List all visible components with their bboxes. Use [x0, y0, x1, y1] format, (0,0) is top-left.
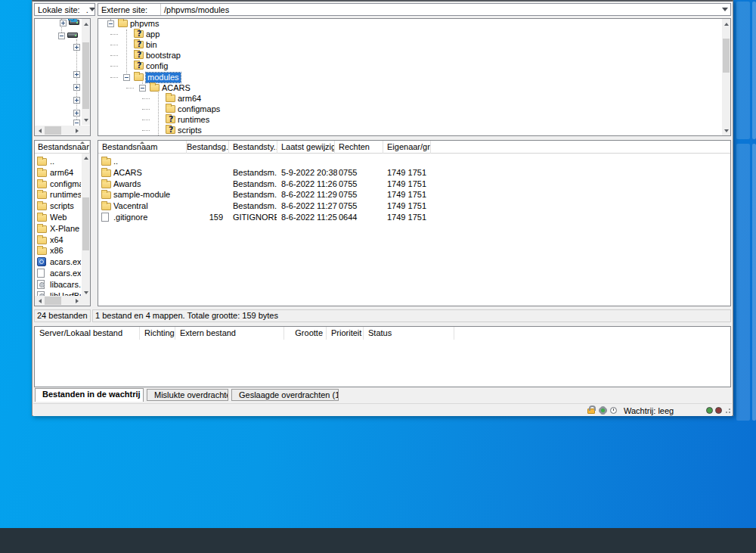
- folder-row[interactable]: x64: [35, 235, 81, 245]
- expand-icon[interactable]: [73, 84, 80, 91]
- tree-item-label[interactable]: bin: [146, 40, 157, 50]
- file-cell: 8-6-2022 11:27:...: [281, 200, 337, 211]
- tab-1[interactable]: Mislukte overdrachten: [147, 389, 228, 401]
- tree-item-label[interactable]: runtimes: [178, 115, 209, 125]
- sync-gear-icon[interactable]: [600, 407, 606, 414]
- tree-item-scripts[interactable]: scripts: [98, 126, 730, 135]
- scroll-down-button[interactable]: [82, 116, 90, 124]
- folder-row[interactable]: ACARSBestandsm...5-9-2022 20:38:...07551…: [98, 167, 730, 178]
- collapse-icon[interactable]: [123, 74, 130, 81]
- scroll-right-button[interactable]: [73, 126, 81, 135]
- file-row[interactable]: libHarfBuz: [35, 290, 81, 296]
- file-row[interactable]: .gitignore159GITIGNORE...8-6-2022 11:25:…: [98, 212, 730, 222]
- column-header-4[interactable]: Rechten: [335, 141, 383, 154]
- scrollbar-thumb[interactable]: [45, 297, 61, 305]
- scrollbar-thumb[interactable]: [723, 39, 730, 73]
- queue-column-header-3[interactable]: Grootte: [284, 327, 327, 340]
- queue-column-header-1[interactable]: Richting: [140, 327, 175, 340]
- file-cell: 0755: [339, 200, 383, 211]
- scroll-left-button[interactable]: [36, 126, 44, 135]
- tree-item-label[interactable]: configmaps: [178, 104, 220, 114]
- folder-row[interactable]: AwardsBestandsm...8-6-2022 11:26:...0755…: [98, 179, 730, 189]
- local-tree-vscrollbar[interactable]: [82, 19, 90, 125]
- queue-column-header-2[interactable]: Extern bestand: [175, 327, 284, 340]
- file-row[interactable]: acars.exe: [35, 256, 81, 267]
- tree-item-label[interactable]: phpvms: [130, 19, 160, 29]
- local-site-dropdown-button[interactable]: [89, 4, 95, 15]
- tree-item-bin[interactable]: bin: [98, 40, 730, 50]
- collapse-icon[interactable]: [139, 85, 146, 92]
- local-list-hscrollbar[interactable]: [35, 296, 90, 306]
- tree-item-ACARS[interactable]: ACARS: [98, 83, 730, 93]
- tab-2[interactable]: Geslaagde overdrachten (110): [231, 389, 339, 401]
- tree-item-label[interactable]: app: [146, 30, 160, 39]
- tree-item-runtimes[interactable]: runtimes: [98, 115, 730, 125]
- folder-row[interactable]: ..: [98, 156, 730, 166]
- lock-icon[interactable]: [587, 409, 595, 414]
- scroll-up-button[interactable]: [82, 20, 90, 28]
- collapse-icon[interactable]: [58, 33, 65, 39]
- tree-item-label[interactable]: ACARS: [162, 83, 191, 93]
- expand-icon[interactable]: [73, 110, 80, 117]
- tree-item-label[interactable]: config: [146, 61, 168, 71]
- folder-row[interactable]: sample-moduleBestandsm...8-6-2022 11:29:…: [98, 189, 730, 200]
- queue-column-header-0[interactable]: Server/Lokaal bestand: [35, 327, 140, 340]
- remote-tree-vscrollbar[interactable]: [722, 19, 730, 135]
- tree-item-phpvms[interactable]: phpvms: [98, 19, 730, 29]
- remote-site-value[interactable]: /phpvms/modules: [161, 5, 720, 14]
- tree-item-app[interactable]: app: [98, 30, 730, 39]
- remote-site-dropdown-button[interactable]: [720, 4, 730, 15]
- column-header-2[interactable]: Bestandsty...: [229, 141, 277, 154]
- column-header-1[interactable]: Bestandsg...: [187, 141, 229, 154]
- resize-grip[interactable]: [724, 409, 730, 415]
- folder-row[interactable]: scripts: [35, 200, 81, 211]
- expand-icon[interactable]: [60, 20, 67, 26]
- tree-item-bootstrap[interactable]: bootstrap: [98, 51, 730, 61]
- folder-row[interactable]: ..: [35, 156, 81, 166]
- tree-item-config[interactable]: config: [98, 61, 730, 71]
- folder-row[interactable]: VacentralBestandsm...8-6-2022 11:27:...0…: [98, 200, 730, 211]
- file-name: X-Plane: [50, 223, 81, 234]
- scroll-up-button[interactable]: [82, 154, 90, 162]
- speed-limit-icon[interactable]: [610, 407, 617, 414]
- scroll-right-button[interactable]: [73, 297, 81, 305]
- remote-site-combo[interactable]: Externe site: /phpvms/modules: [98, 3, 731, 16]
- collapse-icon[interactable]: [107, 20, 114, 27]
- local-site-combo[interactable]: Lokale site: .: [34, 3, 95, 16]
- folder-row[interactable]: x86: [35, 245, 81, 256]
- tree-item-configmaps[interactable]: configmaps: [98, 104, 730, 114]
- folder-row[interactable]: X-Plane: [35, 223, 81, 234]
- scrollbar-thumb[interactable]: [82, 197, 89, 250]
- queue-body[interactable]: [35, 340, 730, 387]
- tree-item-label[interactable]: bootstrap: [146, 51, 181, 61]
- queue-column-header-5[interactable]: Status: [364, 327, 454, 340]
- local-list-vscrollbar[interactable]: [82, 154, 90, 297]
- expand-icon[interactable]: [73, 71, 80, 78]
- column-header-3[interactable]: Laatst gewijzigd: [277, 141, 335, 154]
- tree-item-label[interactable]: scripts: [178, 126, 202, 135]
- tab-0[interactable]: Bestanden in de wachtrij: [35, 388, 144, 402]
- queue-column-header-4[interactable]: Prioriteit: [327, 327, 364, 340]
- local-site-value[interactable]: .: [83, 5, 89, 14]
- column-header-5[interactable]: Eigenaar/gr...: [383, 141, 431, 154]
- folder-row[interactable]: runtimes: [35, 189, 81, 200]
- folder-row[interactable]: configmaps: [35, 179, 81, 189]
- tree-item-modules[interactable]: modules: [98, 73, 730, 82]
- scrollbar-thumb[interactable]: [45, 126, 61, 135]
- folder-row[interactable]: Web: [35, 212, 81, 222]
- scroll-up-button[interactable]: [722, 20, 730, 28]
- scroll-down-button[interactable]: [722, 126, 730, 135]
- tree-item-label[interactable]: arm64: [178, 94, 201, 104]
- scrollbar-thumb[interactable]: [82, 42, 89, 109]
- folder-row[interactable]: arm64: [35, 167, 81, 178]
- file-name: configmaps: [50, 179, 81, 189]
- file-row[interactable]: acars.exe.c: [35, 268, 81, 278]
- tree-item-label[interactable]: modules: [146, 73, 181, 82]
- expand-icon[interactable]: [73, 44, 80, 51]
- tree-item-arm64[interactable]: arm64: [98, 94, 730, 104]
- expand-icon[interactable]: [73, 97, 80, 104]
- local-tree-hscrollbar[interactable]: [35, 126, 90, 135]
- folder-icon: [37, 237, 47, 244]
- scroll-left-button[interactable]: [36, 297, 44, 305]
- file-row[interactable]: libacars.dll: [35, 279, 81, 290]
